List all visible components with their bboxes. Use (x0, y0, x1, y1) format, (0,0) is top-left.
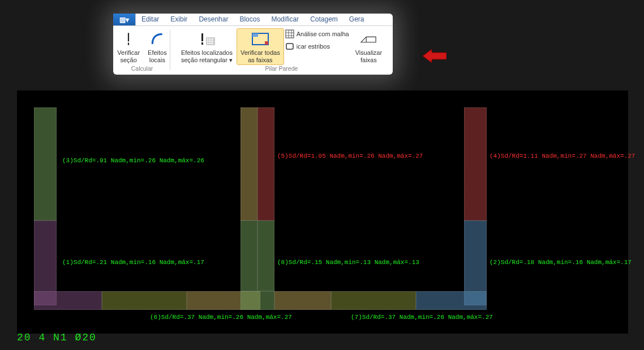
menu-cotagem[interactable]: Cotagem (304, 14, 344, 25)
ribbon: ▥▾ Editar Exibir Desenhar Blocos Modific… (113, 14, 393, 75)
svg-rect-4 (286, 30, 294, 38)
app-button[interactable]: ▥▾ (113, 14, 136, 25)
menu-bar: ▥▾ Editar Exibir Desenhar Blocos Modific… (113, 14, 393, 26)
label-3: (3)Sd/Rd=.91 Nadm,min=.26 Nadm,máx=.26 (62, 157, 204, 164)
strip-5a (241, 107, 257, 221)
strip-5 (257, 107, 274, 221)
strip-bottom-a (34, 291, 102, 310)
svg-rect-3 (265, 41, 268, 45)
svg-rect-2 (252, 33, 258, 37)
efeitos-localizados-retangular-label: Efeitos localizados seção retangular ▾ (181, 49, 233, 63)
visualizar-faixas-label: Visualizar faixas (355, 49, 383, 63)
stirrup-icon (285, 42, 294, 51)
visualizar-faixas-button[interactable]: Visualizar faixas (351, 28, 387, 65)
menu-gerar[interactable]: Gera (344, 14, 370, 25)
menu-exibir[interactable]: Exibir (165, 14, 193, 25)
label-6: (6)Sd/Rd=.37 Nadm,min=.26 Nadm,máx=.27 (150, 314, 292, 321)
verificar-secao-button[interactable]: Verificar seção (113, 28, 144, 65)
status-left: 20 4 N1 Ø20 (17, 332, 97, 343)
menu-modificar[interactable]: Modificar (265, 14, 304, 25)
drawing-canvas[interactable]: (3)Sd/Rd=.91 Nadm,min=.26 Nadm,máx=.26 (… (17, 90, 628, 334)
verificar-todas-faixas-button[interactable]: Verificar todas as faixas (237, 28, 284, 65)
analise-malha-button[interactable]: Análise com malha (285, 29, 349, 38)
menu-desenhar[interactable]: Desenhar (193, 14, 234, 25)
menu-editar[interactable]: Editar (136, 14, 165, 25)
pilar-side-options: Análise com malha icar estribos (284, 28, 351, 51)
red-arrow-icon (423, 49, 446, 63)
verificar-secao-label: Verificar seção (117, 49, 140, 63)
strip-8a (241, 221, 257, 291)
menu-blocos[interactable]: Blocos (234, 14, 265, 25)
label-8: (8)Sd/Rd=.15 Nadm,min=.13 Nadm,máx=.13 (277, 259, 419, 266)
faixas-icon (251, 30, 269, 48)
strip-4 (464, 107, 487, 221)
strip-7b (331, 291, 416, 310)
strip-6a (102, 291, 187, 310)
label-1: (1)Sd/Rd=.21 Nadm,min=.16 Nadm,máx=.17 (62, 259, 204, 266)
group-pilar-parede-label: Pilar Parede (171, 65, 392, 72)
label-5: (5)Sd/Rd=1.05 Nadm,min=.26 Nadm,máx=.27 (277, 153, 423, 159)
visualizar-icon (359, 30, 377, 48)
strip-8b (257, 221, 274, 291)
curve-icon (148, 30, 166, 48)
mesh-icon (285, 29, 294, 38)
exclamation-icon (119, 30, 138, 48)
strip-6c (241, 291, 274, 310)
efeitos-localizados-retangular-button[interactable]: Efeitos localizados seção retangular ▾ (177, 28, 237, 65)
ribbon-body: Verificar seção Efeitos locais Calcular (113, 26, 393, 75)
strip-bottom-d (416, 291, 487, 310)
verificar-todas-faixas-label: Verificar todas as faixas (241, 49, 280, 63)
exclamation-grid-icon (198, 30, 216, 48)
verificar-estribos-button[interactable]: icar estribos (285, 42, 349, 51)
strip-3 (34, 107, 57, 221)
label-4: (4)Sd/Rd=1.11 Nadm,min=.27 Nadm,máx=.27 (490, 153, 635, 159)
svg-rect-5 (286, 44, 293, 49)
group-calcular-label: Calcular (115, 65, 169, 72)
strip-7a (274, 291, 331, 310)
ribbon-separator (170, 29, 170, 70)
verificar-estribos-label: icar estribos (297, 43, 330, 50)
efeitos-locais-label: Efeitos locais (148, 49, 167, 63)
efeitos-locais-button[interactable]: Efeitos locais (144, 28, 171, 65)
label-7: (7)Sd/Rd=.37 Nadm,min=.26 Nadm,máx=.27 (351, 314, 493, 321)
analise-malha-label: Análise com malha (297, 31, 349, 37)
label-2: (2)Sd/Rd=.18 Nadm,min=.16 Nadm,máx=.17 (490, 259, 632, 266)
